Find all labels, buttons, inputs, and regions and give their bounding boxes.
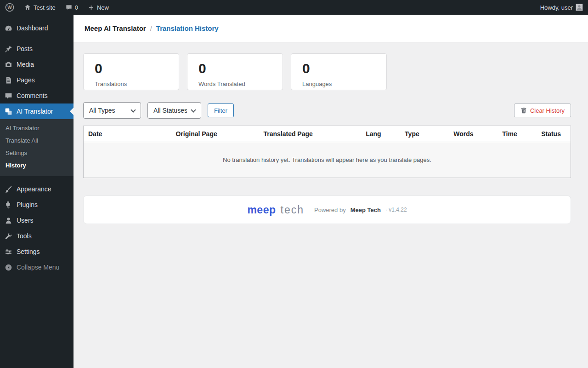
submenu-item-history[interactable]: History: [0, 159, 74, 172]
plus-icon: [88, 5, 94, 11]
sidebar-item-label: Dashboard: [17, 24, 48, 32]
sidebar-item-label: Media: [17, 61, 34, 68]
column-header-time: Time: [498, 126, 537, 142]
sidebar-item-label: Comments: [17, 92, 48, 99]
new-content-link[interactable]: New: [83, 0, 114, 15]
type-filter-select[interactable]: All Types: [83, 102, 141, 119]
clear-history-button[interactable]: Clear History: [514, 104, 571, 117]
sidebar-item-label: Plugins: [17, 201, 38, 208]
sidebar-item-users[interactable]: Users: [0, 213, 74, 228]
comments-link[interactable]: 0: [61, 0, 83, 15]
filter-toolbar: All Types All Statuses Filter Clear Hist…: [83, 102, 571, 119]
sidebar-item-label: AI Translator: [17, 108, 53, 115]
sidebar-item-media[interactable]: Media: [0, 57, 74, 72]
comments-icon: [66, 4, 72, 11]
clear-history-label: Clear History: [530, 107, 565, 114]
history-table: Date Original Page Translated Page Lang …: [83, 126, 571, 178]
empty-state-row: No translation history yet. Translations…: [84, 142, 571, 178]
menu-separator: [0, 36, 74, 41]
version-text: · v1.4.22: [385, 207, 407, 213]
translate-icon: [0, 108, 17, 115]
type-filter-wrap: All Types: [83, 102, 141, 119]
powered-brand-link[interactable]: Meep Tech: [351, 207, 381, 213]
appearance-icon: [0, 185, 17, 193]
sidebar-item-label: Posts: [17, 45, 33, 52]
collapse-icon: [0, 264, 17, 271]
status-filter-wrap: All Statuses: [147, 102, 201, 119]
stat-label: Languages: [302, 80, 375, 87]
home-icon: [24, 4, 31, 11]
sidebar-item-label: Settings: [17, 248, 40, 255]
breadcrumb-current[interactable]: Translation History: [156, 24, 219, 32]
admin-sidebar: Dashboard Posts Media Pages: [0, 15, 74, 368]
settings-icon: [0, 248, 17, 256]
howdy-text: Howdy, user: [540, 4, 573, 11]
svg-text:W: W: [7, 5, 12, 10]
wordpress-logo-button[interactable]: W: [0, 0, 19, 15]
sidebar-item-pages[interactable]: Pages: [0, 72, 74, 88]
column-header-date: Date: [84, 126, 171, 142]
column-header-original-page: Original Page: [171, 126, 259, 142]
column-header-words: Words: [449, 126, 498, 142]
dashboard-icon: [0, 24, 17, 32]
sidebar-item-label: Appearance: [17, 185, 51, 193]
breadcrumb-parent[interactable]: Meep AI Translator: [85, 24, 146, 32]
stat-card-languages: 0 Languages: [291, 53, 387, 90]
trash-icon: [520, 107, 527, 114]
sidebar-item-tools[interactable]: Tools: [0, 228, 74, 244]
collapse-menu-button[interactable]: Collapse Menu: [0, 259, 74, 275]
powered-by-text: Powered by: [314, 207, 346, 213]
site-name-label: Test site: [34, 4, 56, 11]
breadcrumb: Meep AI Translator / Translation History: [85, 24, 219, 32]
submenu-item-translate-all[interactable]: Translate All: [0, 134, 74, 147]
sidebar-item-label: Pages: [17, 76, 35, 84]
sidebar-item-appearance[interactable]: Appearance: [0, 181, 74, 197]
sidebar-item-settings[interactable]: Settings: [0, 244, 74, 259]
column-header-type: Type: [400, 126, 449, 142]
filter-button[interactable]: Filter: [208, 104, 234, 117]
avatar: [576, 4, 583, 11]
stats-row: 0 Translations 0 Words Translated 0 Lang…: [83, 53, 571, 90]
stat-label: Words Translated: [198, 80, 271, 87]
plugins-icon: [0, 201, 17, 209]
stat-value: 0: [95, 62, 168, 75]
submenu-item-settings[interactable]: Settings: [0, 147, 74, 159]
pages-icon: [0, 76, 17, 84]
menu-separator: [0, 176, 74, 181]
brand-logo-tech: tech: [281, 204, 304, 216]
comments-count: 0: [75, 4, 78, 11]
empty-state-message: No translation history yet. Translations…: [84, 142, 571, 178]
content-area: Meep AI Translator / Translation History…: [74, 0, 588, 224]
column-header-status: Status: [537, 126, 571, 142]
media-icon: [0, 61, 17, 69]
stat-card-translations: 0 Translations: [83, 53, 179, 90]
admin-bar: W Test site 0 New Howdy, user: [0, 0, 588, 15]
stat-card-words-translated: 0 Words Translated: [187, 53, 283, 90]
submenu-item-ai-translator[interactable]: AI Translator: [0, 122, 74, 134]
sidebar-item-plugins[interactable]: Plugins: [0, 197, 74, 213]
sidebar-item-posts[interactable]: Posts: [0, 41, 74, 57]
stat-value: 0: [302, 62, 375, 75]
new-label: New: [97, 4, 109, 11]
stat-label: Translations: [95, 80, 168, 87]
sidebar-item-dashboard[interactable]: Dashboard: [0, 20, 74, 36]
site-name-link[interactable]: Test site: [19, 0, 61, 15]
column-header-translated-page: Translated Page: [259, 126, 361, 142]
footer-branding: meep tech Powered by Meep Tech · v1.4.22: [83, 196, 571, 224]
stat-value: 0: [198, 62, 271, 75]
posts-icon: [0, 45, 17, 53]
page-header: Meep AI Translator / Translation History: [74, 15, 588, 42]
sidebar-item-comments[interactable]: Comments: [0, 88, 74, 104]
collapse-menu-label: Collapse Menu: [17, 264, 59, 271]
comments-menu-icon: [0, 92, 17, 100]
breadcrumb-separator: /: [150, 24, 152, 32]
ai-translator-submenu: AI Translator Translate All Settings His…: [0, 119, 74, 176]
status-filter-select[interactable]: All Statuses: [147, 102, 201, 119]
column-header-lang: Lang: [361, 126, 400, 142]
sidebar-item-label: Tools: [17, 232, 32, 240]
sidebar-item-label: Users: [17, 217, 34, 224]
sidebar-item-ai-translator[interactable]: AI Translator: [0, 104, 74, 119]
wordpress-logo-icon: W: [5, 3, 14, 12]
brand-logo-meep: meep: [247, 204, 276, 216]
my-account-menu[interactable]: Howdy, user: [535, 4, 588, 11]
